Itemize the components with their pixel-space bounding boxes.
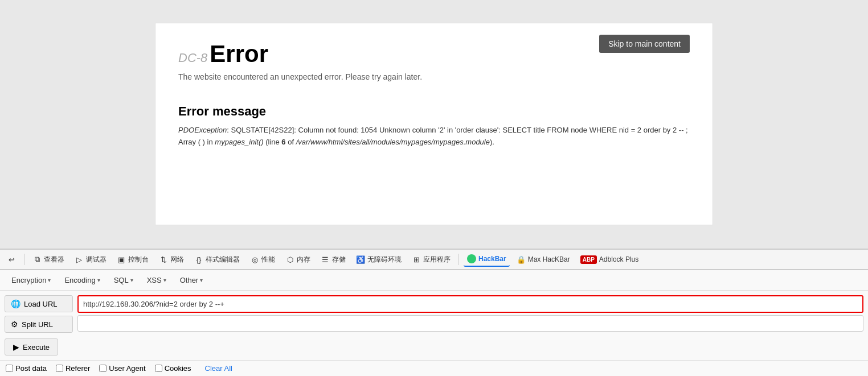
max-hackbar-btn[interactable]: 🔒 Max HacKBar <box>513 253 574 266</box>
encoding-arrow: ▾ <box>97 277 100 283</box>
error-function-name: mypages_init() <box>215 138 263 146</box>
performance-icon: ◎ <box>250 255 259 264</box>
cookies-checkbox-label[interactable]: Cookies <box>155 364 191 373</box>
memory-icon: ⬡ <box>285 255 294 264</box>
split-url-label: Split URL <box>22 320 53 329</box>
hackbar-body: 🌐 Load URL ⚙ Split URL ▶ Execute <box>0 291 868 360</box>
browser-toolbar: ↩ ⧉ 查看器 ▷ 调试器 ▣ 控制台 ⇅ 网络 {} 样式编辑器 <box>0 249 868 270</box>
hackbar-menu: Encryption ▾ Encoding ▾ SQL ▾ XSS ▾ Othe… <box>0 270 868 291</box>
inspector-label: 查看器 <box>44 255 64 265</box>
app-icon: ⊞ <box>412 255 421 264</box>
encryption-label: Encryption <box>11 276 46 284</box>
error-card: Skip to main content DC-8 Error The webs… <box>155 23 713 225</box>
performance-label: 性能 <box>261 255 275 265</box>
accessibility-btn[interactable]: ♿ 无障碍环境 <box>353 253 405 267</box>
adblock-label: Adblock Plus <box>599 255 638 263</box>
hackbar-bottom: Post data Referer User Agent Cookies Cle… <box>0 360 868 376</box>
hackbar-btn[interactable]: HackBar <box>464 252 510 267</box>
sql-arrow: ▾ <box>130 277 133 283</box>
post-data-checkbox-label[interactable]: Post data <box>6 364 47 373</box>
clear-all-button[interactable]: Clear All <box>205 364 232 373</box>
bottom-panel: ↩ ⧉ 查看器 ▷ 调试器 ▣ 控制台 ⇅ 网络 {} 样式编辑器 <box>0 248 868 376</box>
user-agent-checkbox-label[interactable]: User Agent <box>99 364 145 373</box>
dc8-label: DC-8 <box>178 51 207 65</box>
cookies-checkbox[interactable] <box>155 365 162 372</box>
execute-icon: ▶ <box>13 342 19 352</box>
console-label: 控制台 <box>128 255 149 265</box>
sql-label: SQL <box>114 276 129 284</box>
network-btn[interactable]: ⇅ 网络 <box>155 253 187 267</box>
hackbar-icon <box>467 254 476 263</box>
storage-icon: ☰ <box>321 255 330 264</box>
post-data-checkbox[interactable] <box>6 365 13 372</box>
sql-menu[interactable]: SQL ▾ <box>107 274 140 287</box>
app-label: 应用程序 <box>423 255 451 265</box>
url-input[interactable] <box>77 295 863 313</box>
encoding-menu[interactable]: Encoding ▾ <box>58 274 107 287</box>
max-hackbar-label: Max HacKBar <box>528 255 570 263</box>
url-input-area <box>77 295 863 356</box>
referer-label: Referer <box>65 364 90 373</box>
cookies-label: Cookies <box>165 364 191 373</box>
memory-btn[interactable]: ⬡ 内存 <box>282 253 314 267</box>
url-buttons: 🌐 Load URL ⚙ Split URL ▶ Execute <box>5 295 73 356</box>
error-line-number: 6 <box>281 138 285 146</box>
style-editor-btn[interactable]: {} 样式编辑器 <box>191 253 243 267</box>
network-icon: ⇅ <box>159 255 168 264</box>
load-url-icon: 🌐 <box>11 299 21 308</box>
encryption-arrow: ▾ <box>48 277 51 283</box>
network-label: 网络 <box>170 255 184 265</box>
referer-checkbox-label[interactable]: Referer <box>56 364 90 373</box>
encryption-menu[interactable]: Encryption ▾ <box>5 274 58 287</box>
xss-label: XSS <box>147 276 162 284</box>
debugger-btn[interactable]: ▷ 调试器 <box>71 253 110 267</box>
toolbar-divider-1 <box>24 254 24 265</box>
encoding-label: Encoding <box>64 276 95 284</box>
back-icon-btn[interactable]: ↩ <box>3 253 19 266</box>
inspector-icon: ⧉ <box>32 255 42 264</box>
error-title: Error <box>210 40 268 68</box>
execute-button[interactable]: ▶ Execute <box>5 338 58 356</box>
memory-label: 内存 <box>297 255 310 265</box>
skip-to-main-button[interactable]: Skip to main content <box>599 35 690 53</box>
back-icon: ↩ <box>7 255 16 264</box>
referer-checkbox[interactable] <box>56 365 63 372</box>
error-subtitle: The website encountered an unexpected er… <box>178 72 690 81</box>
error-message-title: Error message <box>178 104 690 119</box>
other-menu[interactable]: Other ▾ <box>173 274 210 287</box>
error-file-path: /var/www/html/sites/all/modules/mypages/… <box>296 138 490 146</box>
page-wrapper: Skip to main content DC-8 Error The webs… <box>0 0 868 376</box>
split-url-button[interactable]: ⚙ Split URL <box>5 316 73 333</box>
url-secondary-input[interactable] <box>77 315 863 332</box>
accessibility-label: 无障碍环境 <box>367 255 402 265</box>
debugger-icon: ▷ <box>75 255 84 264</box>
hackbar-panel: Encryption ▾ Encoding ▾ SQL ▾ XSS ▾ Othe… <box>0 270 868 376</box>
adblock-btn[interactable]: ABP Adblock Plus <box>577 253 642 266</box>
storage-btn[interactable]: ☰ 存储 <box>317 253 349 267</box>
console-icon: ▣ <box>117 255 126 264</box>
style-editor-label: 样式编辑器 <box>206 255 240 265</box>
app-btn[interactable]: ⊞ 应用程序 <box>408 253 454 267</box>
inspector-btn[interactable]: ⧉ 查看器 <box>29 253 68 267</box>
user-agent-label: User Agent <box>109 364 145 373</box>
error-message-section: Error message PDOException: SQLSTATE[42S… <box>178 104 690 148</box>
other-arrow: ▾ <box>200 277 203 283</box>
debugger-label: 调试器 <box>86 255 107 265</box>
xss-menu[interactable]: XSS ▾ <box>140 274 173 287</box>
content-area: Skip to main content DC-8 Error The webs… <box>0 0 868 248</box>
performance-btn[interactable]: ◎ 性能 <box>247 253 279 267</box>
error-body: PDOException: SQLSTATE[42S22]: Column no… <box>178 125 690 148</box>
execute-label: Execute <box>23 343 50 352</box>
adblock-icon: ABP <box>580 255 597 264</box>
user-agent-checkbox[interactable] <box>99 365 107 372</box>
error-exception-name: PDOException <box>178 126 227 134</box>
load-url-button[interactable]: 🌐 Load URL <box>5 295 73 312</box>
other-label: Other <box>180 276 199 284</box>
hackbar-label: HackBar <box>478 255 506 263</box>
toolbar-divider-2 <box>458 254 459 265</box>
post-data-label: Post data <box>15 364 47 373</box>
xss-arrow: ▾ <box>163 277 166 283</box>
console-btn[interactable]: ▣ 控制台 <box>113 253 152 267</box>
style-editor-icon: {} <box>194 255 203 264</box>
storage-label: 存储 <box>332 255 346 265</box>
